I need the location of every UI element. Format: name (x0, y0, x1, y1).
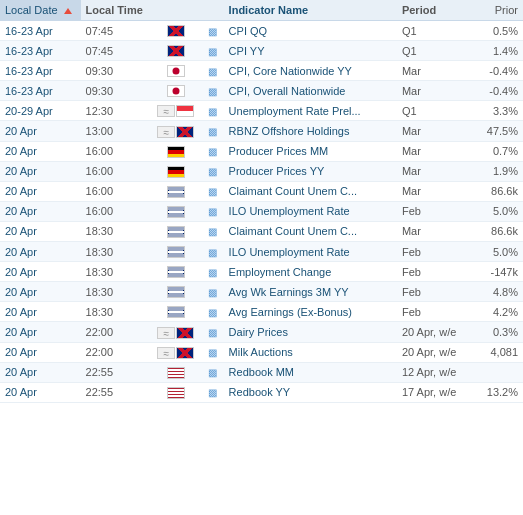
cell-indicator-name[interactable]: CPI, Overall Nationwide (224, 81, 397, 101)
cell-chart[interactable]: ▩ (201, 21, 224, 41)
chart-bar-icon[interactable]: ▩ (208, 287, 217, 298)
cell-chart[interactable]: ▩ (201, 121, 224, 141)
chart-bar-icon[interactable]: ▩ (208, 347, 217, 358)
chart-bar-icon[interactable]: ▩ (208, 146, 217, 157)
cell-time: 07:45 (81, 41, 152, 61)
table-row[interactable]: 20 Apr 18:30 ▩ Employment Change Feb -14… (0, 262, 523, 282)
cell-time: 16:00 (81, 161, 152, 181)
cell-flag: ≈ (151, 101, 200, 121)
cell-indicator-name[interactable]: Claimant Count Unem C... (224, 181, 397, 201)
chart-bar-icon[interactable]: ▩ (208, 106, 217, 117)
cell-indicator-name[interactable]: Avg Earnings (Ex-Bonus) (224, 302, 397, 322)
chart-bar-icon[interactable]: ▩ (208, 226, 217, 237)
cell-date: 20 Apr (0, 242, 81, 262)
table-row[interactable]: 20 Apr 16:00 ▩ ILO Unemployment Rate Feb… (0, 201, 523, 221)
cell-chart[interactable]: ▩ (201, 302, 224, 322)
flag-gb-icon (167, 306, 185, 318)
cell-indicator-name[interactable]: Dairy Prices (224, 322, 397, 342)
chart-bar-icon[interactable]: ▩ (208, 206, 217, 217)
chart-bar-icon[interactable]: ▩ (208, 267, 217, 278)
cell-date: 20 Apr (0, 121, 81, 141)
chart-bar-icon[interactable]: ▩ (208, 367, 217, 378)
cell-chart[interactable]: ▩ (201, 41, 224, 61)
cell-date: 16-23 Apr (0, 21, 81, 41)
cell-time: 18:30 (81, 282, 152, 302)
cell-indicator-name[interactable]: CPI QQ (224, 21, 397, 41)
cell-indicator-name[interactable]: Redbook YY (224, 382, 397, 402)
cell-indicator-name[interactable]: CPI, Core Nationwide YY (224, 61, 397, 81)
table-row[interactable]: 20 Apr 18:30 ▩ Avg Earnings (Ex-Bonus) F… (0, 302, 523, 322)
cell-date: 16-23 Apr (0, 41, 81, 61)
cell-prior: 4.8% (465, 282, 523, 302)
cell-time: 18:30 (81, 262, 152, 282)
chart-bar-icon[interactable]: ▩ (208, 307, 217, 318)
table-row[interactable]: 20 Apr 18:30 ▩ Avg Wk Earnings 3M YY Feb… (0, 282, 523, 302)
cell-indicator-name[interactable]: Claimant Count Unem C... (224, 221, 397, 241)
chart-bar-icon[interactable]: ▩ (208, 66, 217, 77)
header-prior[interactable]: Prior (465, 0, 523, 21)
header-local-time[interactable]: Local Time (81, 0, 152, 21)
cell-indicator-name[interactable]: Unemployment Rate Prel... (224, 101, 397, 121)
cell-chart[interactable]: ▩ (201, 262, 224, 282)
cell-chart[interactable]: ▩ (201, 61, 224, 81)
cell-chart[interactable]: ▩ (201, 161, 224, 181)
table-row[interactable]: 20 Apr 18:30 ▩ ILO Unemployment Rate Feb… (0, 242, 523, 262)
cell-chart[interactable]: ▩ (201, 101, 224, 121)
chart-bar-icon[interactable]: ▩ (208, 247, 217, 258)
cell-period: Mar (397, 141, 465, 161)
header-indicator-name[interactable]: Indicator Name (224, 0, 397, 21)
chart-bar-icon[interactable]: ▩ (208, 186, 217, 197)
table-row[interactable]: 20-29 Apr 12:30 ≈ ▩ Unemployment Rate Pr… (0, 101, 523, 121)
table-row[interactable]: 20 Apr 16:00 ▩ Producer Prices MM Mar 0.… (0, 141, 523, 161)
table-row[interactable]: 20 Apr 22:00 ≈ ▩ Dairy Prices 20 Apr, w/… (0, 322, 523, 342)
cell-indicator-name[interactable]: Employment Change (224, 262, 397, 282)
cell-chart[interactable]: ▩ (201, 382, 224, 402)
table-row[interactable]: 20 Apr 13:00 ≈ ▩ RBNZ Offshore Holdings … (0, 121, 523, 141)
table-row[interactable]: 20 Apr 22:55 ▩ Redbook MM 12 Apr, w/e (0, 362, 523, 382)
table-row[interactable]: 16-23 Apr 09:30 ▩ CPI, Core Nationwide Y… (0, 61, 523, 81)
cell-date: 20 Apr (0, 382, 81, 402)
cell-time: 16:00 (81, 181, 152, 201)
cell-indicator-name[interactable]: RBNZ Offshore Holdings (224, 121, 397, 141)
table-row[interactable]: 20 Apr 16:00 ▩ Producer Prices YY Mar 1.… (0, 161, 523, 181)
table-row[interactable]: 16-23 Apr 07:45 ▩ CPI YY Q1 1.4% (0, 41, 523, 61)
table-row[interactable]: 20 Apr 18:30 ▩ Claimant Count Unem C... … (0, 221, 523, 241)
table-row[interactable]: 20 Apr 16:00 ▩ Claimant Count Unem C... … (0, 181, 523, 201)
header-period[interactable]: Period (397, 0, 465, 21)
cell-prior: 86.6k (465, 221, 523, 241)
cell-chart[interactable]: ▩ (201, 242, 224, 262)
chart-bar-icon[interactable]: ▩ (208, 166, 217, 177)
cell-indicator-name[interactable]: Redbook MM (224, 362, 397, 382)
cell-flag (151, 221, 200, 241)
cell-chart[interactable]: ▩ (201, 342, 224, 362)
chart-bar-icon[interactable]: ▩ (208, 26, 217, 37)
cell-chart[interactable]: ▩ (201, 362, 224, 382)
cell-chart[interactable]: ▩ (201, 282, 224, 302)
chart-bar-icon[interactable]: ▩ (208, 327, 217, 338)
cell-prior: 0.5% (465, 21, 523, 41)
table-row[interactable]: 16-23 Apr 07:45 ▩ CPI QQ Q1 0.5% (0, 21, 523, 41)
chart-bar-icon[interactable]: ▩ (208, 86, 217, 97)
cell-chart[interactable]: ▩ (201, 221, 224, 241)
cell-chart[interactable]: ▩ (201, 81, 224, 101)
cell-chart[interactable]: ▩ (201, 201, 224, 221)
cell-indicator-name[interactable]: Producer Prices YY (224, 161, 397, 181)
flag-jp-icon (167, 85, 185, 97)
chart-bar-icon[interactable]: ▩ (208, 46, 217, 57)
cell-indicator-name[interactable]: CPI YY (224, 41, 397, 61)
table-row[interactable]: 20 Apr 22:55 ▩ Redbook YY 17 Apr, w/e 13… (0, 382, 523, 402)
cell-indicator-name[interactable]: ILO Unemployment Rate (224, 242, 397, 262)
table-row[interactable]: 20 Apr 22:00 ≈ ▩ Milk Auctions 20 Apr, w… (0, 342, 523, 362)
cell-date: 20 Apr (0, 302, 81, 322)
cell-indicator-name[interactable]: Avg Wk Earnings 3M YY (224, 282, 397, 302)
cell-chart[interactable]: ▩ (201, 322, 224, 342)
cell-indicator-name[interactable]: Milk Auctions (224, 342, 397, 362)
cell-indicator-name[interactable]: ILO Unemployment Rate (224, 201, 397, 221)
cell-chart[interactable]: ▩ (201, 181, 224, 201)
header-local-date[interactable]: Local Date (0, 0, 81, 21)
cell-indicator-name[interactable]: Producer Prices MM (224, 141, 397, 161)
cell-chart[interactable]: ▩ (201, 141, 224, 161)
table-row[interactable]: 16-23 Apr 09:30 ▩ CPI, Overall Nationwid… (0, 81, 523, 101)
chart-bar-icon[interactable]: ▩ (208, 126, 217, 137)
chart-bar-icon[interactable]: ▩ (208, 387, 217, 398)
